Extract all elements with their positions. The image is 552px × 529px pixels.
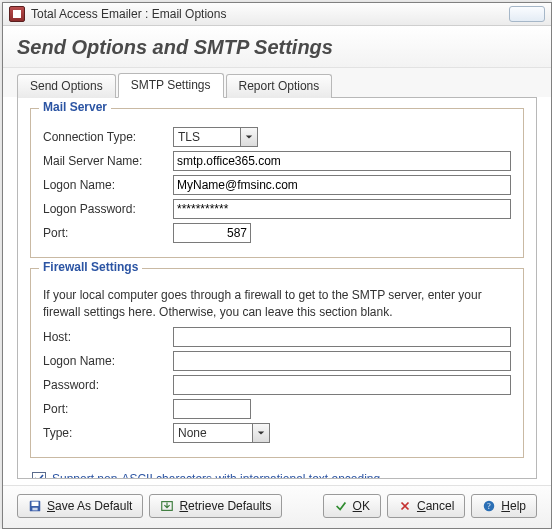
- tab-send-options[interactable]: Send Options: [17, 74, 116, 98]
- label-fw-port: Port:: [43, 402, 173, 416]
- fw-password-input[interactable]: [173, 375, 511, 395]
- support-nonascii-checkbox[interactable]: [32, 472, 46, 479]
- fw-logon-input[interactable]: [173, 351, 511, 371]
- chevron-down-icon[interactable]: [252, 423, 270, 443]
- label-logon-name: Logon Name:: [43, 178, 173, 192]
- dialog-window: Total Access Emailer : Email Options Sen…: [2, 2, 552, 529]
- logon-name-input[interactable]: [173, 175, 511, 195]
- tab-report-options[interactable]: Report Options: [226, 74, 333, 98]
- button-bar: Save As Default Retrieve Defaults OK Can…: [3, 485, 551, 528]
- label-fw-type: Type:: [43, 426, 173, 440]
- fw-type-select[interactable]: None: [173, 423, 270, 443]
- save-icon: [28, 499, 42, 513]
- support-nonascii-row[interactable]: Support non-ASCII characters with intern…: [30, 468, 524, 479]
- label-mail-server-name: Mail Server Name:: [43, 154, 173, 168]
- cancel-icon: [398, 499, 412, 513]
- group-mail-server-legend: Mail Server: [39, 100, 111, 114]
- label-port: Port:: [43, 226, 173, 240]
- title-bar: Total Access Emailer : Email Options: [3, 3, 551, 26]
- port-input[interactable]: [173, 223, 251, 243]
- label-fw-password: Password:: [43, 378, 173, 392]
- ok-button[interactable]: OK: [323, 494, 381, 518]
- mail-server-name-input[interactable]: [173, 151, 511, 171]
- check-icon: [34, 473, 44, 479]
- group-firewall-legend: Firewall Settings: [39, 260, 142, 274]
- group-firewall: Firewall Settings If your local computer…: [30, 268, 524, 458]
- chevron-down-icon[interactable]: [240, 127, 258, 147]
- fw-port-input[interactable]: [173, 399, 251, 419]
- label-fw-logon: Logon Name:: [43, 354, 173, 368]
- connection-type-value: TLS: [173, 127, 240, 147]
- firewall-helper-text: If your local computer goes through a fi…: [43, 287, 511, 321]
- window-title: Total Access Emailer : Email Options: [31, 7, 509, 21]
- svg-rect-1: [32, 502, 39, 506]
- support-nonascii-label: Support non-ASCII characters with intern…: [52, 472, 380, 479]
- fw-host-input[interactable]: [173, 327, 511, 347]
- label-logon-password: Logon Password:: [43, 202, 173, 216]
- retrieve-defaults-button[interactable]: Retrieve Defaults: [149, 494, 282, 518]
- group-mail-server: Mail Server Connection Type: TLS Mail Se…: [30, 108, 524, 258]
- tabs: Send Options SMTP Settings Report Option…: [3, 68, 551, 97]
- svg-text:?: ?: [488, 502, 492, 511]
- page-title: Send Options and SMTP Settings: [17, 36, 537, 59]
- help-button[interactable]: ? Help: [471, 494, 537, 518]
- window-close-button[interactable]: [509, 6, 545, 22]
- fw-type-value: None: [173, 423, 252, 443]
- logon-password-input[interactable]: [173, 199, 511, 219]
- save-as-default-button[interactable]: Save As Default: [17, 494, 143, 518]
- help-icon: ?: [482, 499, 496, 513]
- app-icon: [9, 6, 25, 22]
- label-connection-type: Connection Type:: [43, 130, 173, 144]
- tab-smtp-settings[interactable]: SMTP Settings: [118, 73, 224, 98]
- svg-rect-2: [32, 508, 37, 511]
- tab-panel-smtp: Mail Server Connection Type: TLS Mail Se…: [17, 97, 537, 479]
- cancel-button[interactable]: Cancel: [387, 494, 465, 518]
- retrieve-icon: [160, 499, 174, 513]
- label-fw-host: Host:: [43, 330, 173, 344]
- page-heading: Send Options and SMTP Settings: [3, 26, 551, 68]
- connection-type-select[interactable]: TLS: [173, 127, 258, 147]
- check-icon: [334, 499, 348, 513]
